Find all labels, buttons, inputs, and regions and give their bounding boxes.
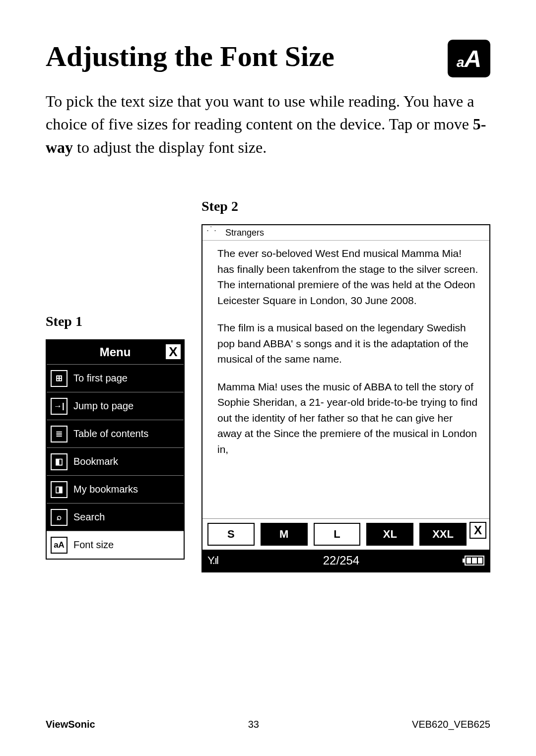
signal-icon: Y.ıl xyxy=(207,554,218,567)
font-size-badge-icon: aA xyxy=(448,40,490,77)
menu-header: Menu X xyxy=(47,340,184,364)
reader-doc-title: Strangers xyxy=(225,228,264,238)
menu-item-search[interactable]: ⌕ Search xyxy=(47,503,184,531)
toc-icon: ≣ xyxy=(51,426,67,442)
reader-paragraph-1: The ever so-beloved West End musical Mam… xyxy=(217,246,478,308)
battery-icon xyxy=(465,556,484,566)
my-bookmarks-icon: ◨ xyxy=(51,481,67,498)
footer-page-number: 33 xyxy=(248,719,259,730)
search-icon: ⌕ xyxy=(51,509,67,526)
intro-text-after: to adjust the display font size. xyxy=(77,138,267,156)
menu-close-button[interactable]: X xyxy=(165,343,182,360)
menu-item-label: My bookmarks xyxy=(73,484,138,495)
jump-to-page-icon: →| xyxy=(51,398,67,415)
size-l-button[interactable]: L xyxy=(314,523,361,546)
menu-panel: Menu X ⊞ To first page →| Jump to page ≣… xyxy=(46,339,185,560)
menu-item-label: Search xyxy=(73,511,105,523)
menu-item-jump-to-page[interactable]: →| Jump to page xyxy=(47,392,184,420)
reader-titlebar: Strangers xyxy=(202,225,489,241)
menu-item-my-bookmarks[interactable]: ◨ My bookmarks xyxy=(47,475,184,503)
footer-brand: ViewSonic xyxy=(46,719,95,730)
reader-paragraph-2: The film is a musical based on the legen… xyxy=(217,320,478,367)
size-m-button[interactable]: M xyxy=(261,523,308,546)
menu-item-first-page[interactable]: ⊞ To first page xyxy=(47,364,184,392)
first-page-icon: ⊞ xyxy=(51,370,67,387)
bookmark-icon: ◧ xyxy=(51,453,67,470)
size-xxl-button[interactable]: XXL xyxy=(419,523,467,546)
menu-item-label: Table of contents xyxy=(73,428,148,440)
menu-item-label: To first page xyxy=(73,373,128,384)
page-footer: ViewSonic 33 VEB620_VEB625 xyxy=(46,719,490,730)
reader-body: The ever so-beloved West End musical Mam… xyxy=(202,241,489,518)
step1-label: Step 1 xyxy=(46,314,185,329)
reader-panel: Strangers The ever so-beloved West End m… xyxy=(201,224,490,572)
reader-statusbar: Y.ıl 22/254 xyxy=(202,550,489,571)
menu-item-label: Font size xyxy=(73,539,114,551)
size-s-button[interactable]: S xyxy=(207,523,255,546)
footer-doc-id: VEB620_VEB625 xyxy=(412,719,490,730)
menu-item-label: Jump to page xyxy=(73,400,134,412)
menu-item-label: Bookmark xyxy=(73,456,118,467)
page-title: Adjusting the Font Size xyxy=(46,40,490,73)
page-indicator: 22/254 xyxy=(323,554,359,567)
menu-item-toc[interactable]: ≣ Table of contents xyxy=(47,420,184,447)
intro-paragraph: To pick the text size that you want to u… xyxy=(46,90,490,159)
intro-text-before: To pick the text size that you want to u… xyxy=(46,92,474,133)
size-xl-button[interactable]: XL xyxy=(366,523,413,546)
font-size-icon: aA xyxy=(51,537,67,554)
font-size-bar: S M L XL XXL X xyxy=(202,518,489,550)
step2-label: Step 2 xyxy=(201,198,490,214)
menu-item-bookmark[interactable]: ◧ Bookmark xyxy=(47,447,184,475)
loading-icon xyxy=(206,227,221,238)
menu-title: Menu xyxy=(100,345,131,359)
menu-item-font-size[interactable]: aA Font size xyxy=(47,531,184,559)
size-bar-close-button[interactable]: X xyxy=(469,522,486,539)
reader-paragraph-3: Mamma Mia! uses the music of ABBA to tel… xyxy=(217,379,478,457)
